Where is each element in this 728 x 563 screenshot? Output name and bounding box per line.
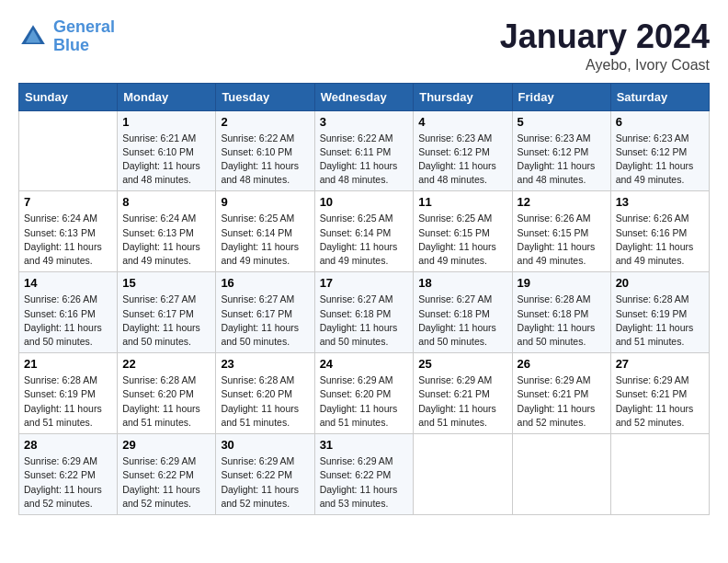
location-subtitle: Ayebo, Ivory Coast bbox=[500, 57, 710, 74]
calendar-cell: 19Sunrise: 6:28 AMSunset: 6:18 PMDayligh… bbox=[512, 272, 610, 353]
day-info: Sunrise: 6:27 AMSunset: 6:17 PMDaylight:… bbox=[122, 293, 210, 349]
day-info: Sunrise: 6:29 AMSunset: 6:20 PMDaylight:… bbox=[320, 373, 409, 430]
calendar-cell: 20Sunrise: 6:28 AMSunset: 6:19 PMDayligh… bbox=[610, 272, 709, 353]
day-info: Sunrise: 6:29 AMSunset: 6:21 PMDaylight:… bbox=[518, 373, 606, 430]
logo-blue: Blue bbox=[53, 36, 89, 54]
calendar-cell: 28Sunrise: 6:29 AMSunset: 6:22 PMDayligh… bbox=[19, 434, 118, 515]
day-number: 3 bbox=[320, 115, 409, 129]
day-info: Sunrise: 6:27 AMSunset: 6:18 PMDaylight:… bbox=[320, 293, 409, 349]
day-info: Sunrise: 6:23 AMSunset: 6:12 PMDaylight:… bbox=[616, 132, 704, 188]
calendar-cell: 22Sunrise: 6:28 AMSunset: 6:20 PMDayligh… bbox=[118, 353, 216, 434]
calendar-table: SundayMondayTuesdayWednesdayThursdayFrid… bbox=[18, 83, 710, 515]
day-number: 19 bbox=[518, 276, 606, 290]
day-number: 5 bbox=[518, 115, 606, 129]
day-info: Sunrise: 6:29 AMSunset: 6:22 PMDaylight:… bbox=[24, 454, 112, 511]
day-info: Sunrise: 6:28 AMSunset: 6:19 PMDaylight:… bbox=[24, 373, 112, 430]
day-number: 13 bbox=[616, 195, 704, 209]
day-info: Sunrise: 6:26 AMSunset: 6:16 PMDaylight:… bbox=[616, 212, 704, 268]
day-number: 11 bbox=[418, 195, 506, 209]
day-number: 4 bbox=[418, 115, 506, 129]
day-number: 24 bbox=[320, 357, 409, 371]
day-info: Sunrise: 6:24 AMSunset: 6:13 PMDaylight:… bbox=[24, 212, 112, 268]
calendar-cell: 23Sunrise: 6:28 AMSunset: 6:20 PMDayligh… bbox=[216, 353, 314, 434]
day-info: Sunrise: 6:29 AMSunset: 6:22 PMDaylight:… bbox=[122, 454, 210, 511]
calendar-cell bbox=[610, 434, 709, 515]
calendar-cell: 30Sunrise: 6:29 AMSunset: 6:22 PMDayligh… bbox=[216, 434, 314, 515]
calendar-cell bbox=[19, 110, 118, 191]
day-info: Sunrise: 6:22 AMSunset: 6:11 PMDaylight:… bbox=[320, 132, 409, 188]
day-number: 29 bbox=[122, 438, 210, 452]
calendar-cell: 4Sunrise: 6:23 AMSunset: 6:12 PMDaylight… bbox=[414, 110, 512, 191]
day-info: Sunrise: 6:25 AMSunset: 6:15 PMDaylight:… bbox=[418, 212, 506, 268]
day-number: 6 bbox=[616, 115, 704, 129]
calendar-cell: 10Sunrise: 6:25 AMSunset: 6:14 PMDayligh… bbox=[314, 191, 414, 272]
day-number: 26 bbox=[518, 357, 606, 371]
day-info: Sunrise: 6:29 AMSunset: 6:21 PMDaylight:… bbox=[616, 373, 704, 430]
day-number: 23 bbox=[221, 357, 309, 371]
day-number: 18 bbox=[418, 276, 506, 290]
day-number: 14 bbox=[24, 276, 112, 290]
calendar-cell: 26Sunrise: 6:29 AMSunset: 6:21 PMDayligh… bbox=[512, 353, 610, 434]
day-number: 1 bbox=[122, 115, 210, 129]
day-number: 15 bbox=[122, 276, 210, 290]
calendar-cell: 6Sunrise: 6:23 AMSunset: 6:12 PMDaylight… bbox=[610, 110, 709, 191]
calendar-cell: 5Sunrise: 6:23 AMSunset: 6:12 PMDaylight… bbox=[512, 110, 610, 191]
calendar-cell: 3Sunrise: 6:22 AMSunset: 6:11 PMDaylight… bbox=[314, 110, 414, 191]
day-number: 22 bbox=[122, 357, 210, 371]
calendar-cell bbox=[414, 434, 512, 515]
calendar-cell: 29Sunrise: 6:29 AMSunset: 6:22 PMDayligh… bbox=[118, 434, 216, 515]
day-info: Sunrise: 6:27 AMSunset: 6:18 PMDaylight:… bbox=[418, 293, 506, 349]
calendar-day-header: Sunday bbox=[19, 83, 118, 110]
calendar-week-row: 28Sunrise: 6:29 AMSunset: 6:22 PMDayligh… bbox=[19, 434, 710, 515]
day-number: 17 bbox=[320, 276, 409, 290]
calendar-cell: 25Sunrise: 6:29 AMSunset: 6:21 PMDayligh… bbox=[414, 353, 512, 434]
day-number: 2 bbox=[221, 115, 309, 129]
day-number: 12 bbox=[518, 195, 606, 209]
day-info: Sunrise: 6:22 AMSunset: 6:10 PMDaylight:… bbox=[221, 132, 309, 188]
day-info: Sunrise: 6:25 AMSunset: 6:14 PMDaylight:… bbox=[221, 212, 309, 268]
day-number: 9 bbox=[221, 195, 309, 209]
day-info: Sunrise: 6:26 AMSunset: 6:15 PMDaylight:… bbox=[518, 212, 606, 268]
day-info: Sunrise: 6:23 AMSunset: 6:12 PMDaylight:… bbox=[418, 132, 506, 188]
calendar-cell: 14Sunrise: 6:26 AMSunset: 6:16 PMDayligh… bbox=[19, 272, 118, 353]
page-header: General Blue January 2024 Ayebo, Ivory C… bbox=[18, 18, 710, 74]
calendar-cell: 21Sunrise: 6:28 AMSunset: 6:19 PMDayligh… bbox=[19, 353, 118, 434]
day-info: Sunrise: 6:29 AMSunset: 6:22 PMDaylight:… bbox=[320, 454, 409, 511]
calendar-cell: 31Sunrise: 6:29 AMSunset: 6:22 PMDayligh… bbox=[314, 434, 414, 515]
calendar-week-row: 21Sunrise: 6:28 AMSunset: 6:19 PMDayligh… bbox=[19, 353, 710, 434]
day-info: Sunrise: 6:29 AMSunset: 6:21 PMDaylight:… bbox=[418, 373, 506, 430]
calendar-cell: 11Sunrise: 6:25 AMSunset: 6:15 PMDayligh… bbox=[414, 191, 512, 272]
calendar-cell: 7Sunrise: 6:24 AMSunset: 6:13 PMDaylight… bbox=[19, 191, 118, 272]
title-block: January 2024 Ayebo, Ivory Coast bbox=[500, 18, 710, 74]
day-number: 16 bbox=[221, 276, 309, 290]
calendar-cell: 24Sunrise: 6:29 AMSunset: 6:20 PMDayligh… bbox=[314, 353, 414, 434]
day-info: Sunrise: 6:27 AMSunset: 6:17 PMDaylight:… bbox=[221, 293, 309, 349]
day-number: 28 bbox=[24, 438, 112, 452]
calendar-cell: 16Sunrise: 6:27 AMSunset: 6:17 PMDayligh… bbox=[216, 272, 314, 353]
day-number: 31 bbox=[320, 438, 409, 452]
day-info: Sunrise: 6:26 AMSunset: 6:16 PMDaylight:… bbox=[24, 293, 112, 349]
calendar-day-header: Monday bbox=[118, 83, 216, 110]
day-number: 20 bbox=[616, 276, 704, 290]
day-number: 8 bbox=[122, 195, 210, 209]
calendar-cell: 8Sunrise: 6:24 AMSunset: 6:13 PMDaylight… bbox=[118, 191, 216, 272]
logo-icon bbox=[18, 22, 48, 52]
calendar-cell: 9Sunrise: 6:25 AMSunset: 6:14 PMDaylight… bbox=[216, 191, 314, 272]
calendar-day-header: Thursday bbox=[414, 83, 512, 110]
day-info: Sunrise: 6:28 AMSunset: 6:20 PMDaylight:… bbox=[221, 373, 309, 430]
calendar-cell: 12Sunrise: 6:26 AMSunset: 6:15 PMDayligh… bbox=[512, 191, 610, 272]
calendar-cell: 1Sunrise: 6:21 AMSunset: 6:10 PMDaylight… bbox=[118, 110, 216, 191]
day-info: Sunrise: 6:25 AMSunset: 6:14 PMDaylight:… bbox=[320, 212, 409, 268]
day-number: 25 bbox=[418, 357, 506, 371]
day-info: Sunrise: 6:21 AMSunset: 6:10 PMDaylight:… bbox=[122, 132, 210, 188]
day-info: Sunrise: 6:28 AMSunset: 6:18 PMDaylight:… bbox=[518, 293, 606, 349]
day-info: Sunrise: 6:24 AMSunset: 6:13 PMDaylight:… bbox=[122, 212, 210, 268]
calendar-week-row: 14Sunrise: 6:26 AMSunset: 6:16 PMDayligh… bbox=[19, 272, 710, 353]
day-info: Sunrise: 6:28 AMSunset: 6:19 PMDaylight:… bbox=[616, 293, 704, 349]
day-number: 27 bbox=[616, 357, 704, 371]
calendar-cell: 17Sunrise: 6:27 AMSunset: 6:18 PMDayligh… bbox=[314, 272, 414, 353]
calendar-cell: 18Sunrise: 6:27 AMSunset: 6:18 PMDayligh… bbox=[414, 272, 512, 353]
calendar-header-row: SundayMondayTuesdayWednesdayThursdayFrid… bbox=[19, 83, 710, 110]
logo: General Blue bbox=[18, 18, 115, 55]
calendar-cell bbox=[512, 434, 610, 515]
